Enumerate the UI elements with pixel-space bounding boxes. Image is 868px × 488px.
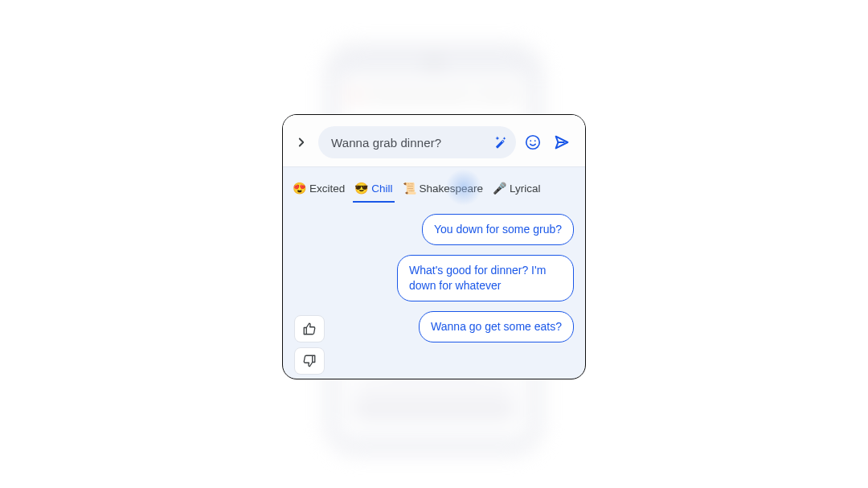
tab-lyrical[interactable]: 🎤 Lyrical [491,178,542,203]
svg-point-0 [526,136,540,150]
expand-button[interactable] [289,130,313,154]
suggestions-list: You down for some grub? What's good for … [397,214,574,342]
tab-label: Shakespeare [420,182,484,195]
message-input-pill [318,126,516,158]
suggestion-chip[interactable]: You down for some grub? [422,214,574,245]
thumbs-up-button[interactable] [294,315,325,342]
tab-label: Lyrical [510,182,541,195]
smiley-icon [524,133,542,151]
thumbs-down-button[interactable] [294,347,325,375]
chevron-right-icon [294,134,309,150]
suggestion-chip[interactable]: Wanna go get some eats? [419,311,574,342]
microphone-emoji-icon: 🎤 [493,182,506,195]
tone-tabs: 😍 Excited 😎 Chill 📜 Shakespeare 🎤 Lyrica… [283,166,585,203]
tab-shakespeare[interactable]: 📜 Shakespeare [401,178,485,203]
scroll-emoji-icon: 📜 [403,182,416,195]
tab-chill[interactable]: 😎 Chill [353,178,394,203]
suggestion-chip[interactable]: What's good for dinner? I'm down for wha… [397,255,574,301]
tab-label: Chill [371,182,392,195]
thumbs-down-icon [302,354,317,368]
sunglasses-emoji-icon: 😎 [354,182,368,195]
heart-eyes-emoji-icon: 😍 [293,182,306,195]
tab-label: Excited [309,182,345,195]
tab-excited[interactable]: 😍 Excited [291,178,346,203]
magic-compose-card: 😍 Excited 😎 Chill 📜 Shakespeare 🎤 Lyrica… [282,114,586,379]
suggestions-area: You down for some grub? What's good for … [283,203,585,379]
compose-row [283,115,585,166]
svg-point-2 [534,140,536,141]
thumbs-up-icon [302,322,317,336]
emoji-picker-button[interactable] [521,130,545,154]
svg-point-1 [530,140,531,141]
message-input[interactable] [330,135,487,150]
feedback-buttons [294,315,325,375]
magic-wand-icon[interactable] [493,135,508,150]
send-button[interactable] [550,130,574,154]
send-icon [553,133,571,151]
